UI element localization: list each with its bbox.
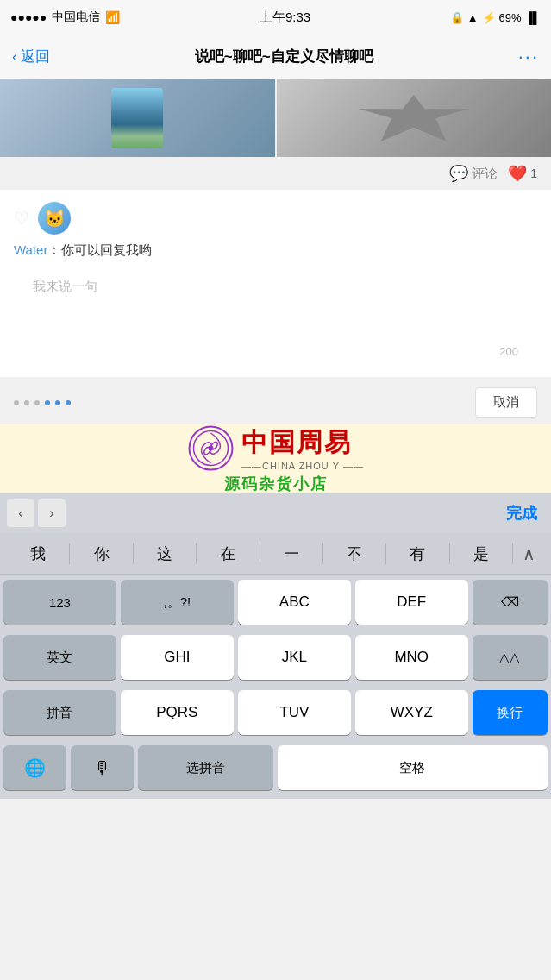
signal-bars: ●●●●● [10, 10, 47, 24]
comment-card: ♡ 🐱 Water：你可以回复我哟 200 [0, 190, 551, 377]
suggestion-6[interactable]: 有 [386, 540, 448, 568]
key-jkl[interactable]: JKL [238, 635, 351, 680]
keyboard-row-3: 拼音 PQRS TUV WXYZ 换行 [0, 685, 551, 740]
like-count: 1 [530, 166, 537, 180]
key-ghi[interactable]: GHI [121, 635, 234, 680]
key-def[interactable]: DEF [355, 580, 468, 625]
wifi-icon: 📶 [105, 10, 120, 24]
suggestion-4[interactable]: 一 [260, 540, 322, 568]
comment-heart-icon[interactable]: ♡ [14, 208, 29, 229]
key-pqrs[interactable]: PQRS [121, 690, 234, 735]
watermark-subtitle: 源码杂货小店 [224, 474, 328, 494]
location-icon: ▲ [467, 11, 479, 24]
comment-body: Water：你可以回复我哟 [14, 242, 537, 260]
suggestion-2[interactable]: 这 [134, 540, 196, 568]
key-enter[interactable]: 换行 [473, 690, 548, 735]
status-left: ●●●●● 中国电信 📶 [10, 9, 120, 25]
heart-icon: ❤️ [508, 164, 527, 183]
comment-label: 评论 [472, 166, 498, 182]
btn-row: 取消 [0, 380, 551, 424]
suggestion-5[interactable]: 不 [323, 540, 385, 568]
watermark-zh-text: 中国周易 [241, 425, 352, 461]
svg-point-2 [208, 445, 213, 450]
emoji-dot-2 [24, 400, 29, 405]
toolbar-next-button[interactable]: › [38, 499, 66, 527]
comment-colon: ： [47, 242, 61, 257]
watermark-overlay: 中国周易 ——CHINA ZHOU YI—— 源码杂货小店 [0, 424, 551, 493]
key-emoji[interactable]: 🌐 [3, 745, 66, 790]
image-1 [0, 79, 275, 157]
nav-title: 说吧~聊吧~自定义尽情聊吧 [195, 47, 373, 66]
status-time: 上午9:33 [260, 9, 310, 26]
nav-bar: ‹ 返回 说吧~聊吧~自定义尽情聊吧 ··· [0, 35, 551, 79]
suggestion-bar: 我 你 这 在 一 不 有 是 ∧ [0, 533, 551, 575]
status-right: 🔒 ▲ ⚡ 69% ▐▌ [450, 11, 541, 24]
char-count: 200 [499, 345, 518, 358]
keyboard: 123 ,。?! ABC DEF ⌫ 英文 GHI JKL MNO △△ 拼音 … [0, 575, 551, 799]
keyboard-row-1: 123 ,。?! ABC DEF ⌫ [0, 575, 551, 630]
carrier-label: 中国电信 [52, 9, 100, 25]
bluetooth-icon: ⚡ [482, 11, 496, 24]
image-2 [277, 79, 552, 157]
more-button[interactable]: ··· [518, 46, 539, 68]
image-strip [0, 79, 551, 157]
toolbar-done-button[interactable]: 完成 [499, 503, 544, 524]
key-wxyz[interactable]: WXYZ [355, 690, 468, 735]
content-area: 💬 评论 ❤️ 1 ♡ 🐱 Water：你可以回复我哟 200 [0, 79, 551, 493]
key-english[interactable]: 英文 [3, 635, 116, 680]
reply-textarea[interactable] [26, 272, 525, 358]
key-select-pinyin[interactable]: 选拼音 [138, 745, 273, 790]
emoji-dot-5 [55, 400, 60, 405]
key-pinyin[interactable]: 拼音 [3, 690, 116, 735]
reply-box: 200 [22, 268, 529, 365]
toolbar-nav: ‹ › [7, 499, 66, 527]
comment-author: Water [14, 242, 47, 257]
suggestion-1[interactable]: 你 [70, 540, 132, 568]
key-mic[interactable]: 🎙 [71, 745, 134, 790]
delete-key[interactable]: ⌫ [473, 580, 548, 625]
status-bar: ●●●●● 中国电信 📶 上午9:33 🔒 ▲ ⚡ 69% ▐▌ [0, 0, 551, 35]
suggestion-3[interactable]: 在 [197, 540, 259, 568]
comment-header: ♡ 🐱 [14, 202, 537, 235]
back-button[interactable]: ‹ 返回 [12, 47, 50, 66]
toolbar-bar: ‹ › 完成 [0, 493, 551, 533]
suggestion-expand-icon[interactable]: ∧ [513, 538, 544, 569]
chevron-left-icon: ‹ [12, 48, 17, 66]
keyboard-row-2: 英文 GHI JKL MNO △△ [0, 630, 551, 685]
back-label: 返回 [21, 47, 50, 66]
suggestion-0[interactable]: 我 [7, 540, 69, 568]
emoji-dot-3 [34, 400, 40, 405]
key-123[interactable]: 123 [3, 580, 116, 625]
emoji-strip [14, 400, 71, 405]
key-special-char[interactable]: △△ [473, 635, 548, 680]
key-abc[interactable]: ABC [238, 580, 351, 625]
watermark-en-text: ——CHINA ZHOU YI—— [241, 461, 364, 471]
watermark-content: 中国周易 ——CHINA ZHOU YI—— 源码杂货小店 [187, 424, 364, 494]
lock-icon: 🔒 [450, 11, 464, 24]
battery-icon: ▐▌ [525, 11, 541, 24]
suggestion-7[interactable]: 是 [450, 540, 512, 568]
key-punct[interactable]: ,。?! [121, 580, 234, 625]
like-button[interactable]: ❤️ 1 [508, 164, 537, 183]
emoji-dot-6 [66, 400, 71, 405]
comment-button[interactable]: 💬 评论 [449, 164, 498, 183]
watermark-logo-svg [187, 424, 235, 472]
key-tuv[interactable]: TUV [238, 690, 351, 735]
comment-icon: 💬 [449, 164, 468, 183]
battery-label: 69% [499, 11, 522, 24]
avatar: 🐱 [38, 202, 71, 235]
key-mno[interactable]: MNO [355, 635, 468, 680]
action-row: 💬 评论 ❤️ 1 [0, 157, 551, 190]
emoji-dot-1 [14, 400, 19, 405]
watermark-main: 中国周易 ——CHINA ZHOU YI—— [187, 424, 364, 472]
key-space[interactable]: 空格 [278, 745, 548, 790]
emoji-dot-4 [45, 400, 50, 405]
keyboard-row-bottom: 🌐 🎙 选拼音 空格 [0, 740, 551, 799]
watermark-text-block: 中国周易 ——CHINA ZHOU YI—— [241, 425, 364, 471]
cancel-button[interactable]: 取消 [475, 387, 537, 418]
toolbar-prev-button[interactable]: ‹ [7, 499, 34, 527]
comment-text: 你可以回复我哟 [61, 242, 152, 257]
